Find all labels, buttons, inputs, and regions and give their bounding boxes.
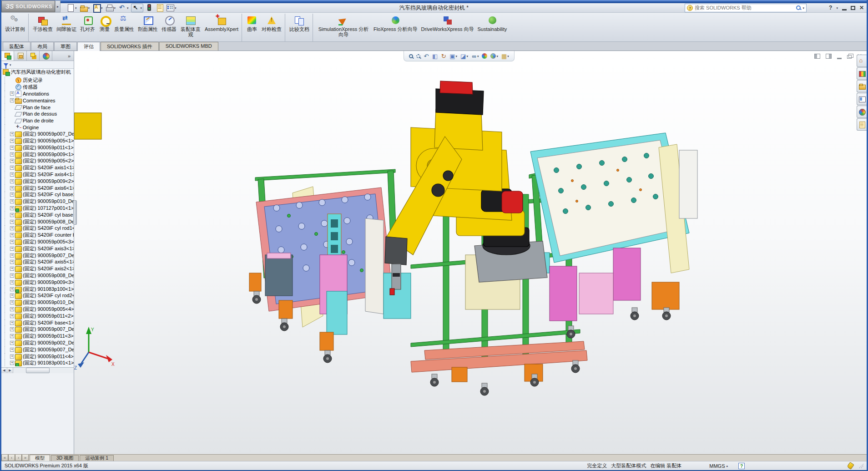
dropdown-caret-icon[interactable]: ▾ bbox=[114, 6, 116, 10]
expander-icon[interactable] bbox=[10, 247, 14, 251]
hud-button[interactable] bbox=[408, 51, 414, 61]
tree-item[interactable]: (固定) 900059p011<2> bbox=[2, 313, 74, 319]
tree-item[interactable]: Origine bbox=[2, 124, 74, 131]
tree-item[interactable]: (固定) S420iF cyl base1 bbox=[2, 212, 74, 218]
dropdown-caret-icon[interactable]: ▾ bbox=[175, 6, 177, 10]
tree-item[interactable]: (固定) 900059p002_Def bbox=[2, 339, 74, 346]
sheet-tab[interactable]: 3D 视图 bbox=[51, 455, 79, 461]
dropdown-caret-icon[interactable]: ▾ bbox=[88, 6, 90, 10]
units-selector[interactable]: MMGS ▴ bbox=[709, 463, 728, 469]
minimize-button[interactable] bbox=[842, 9, 847, 10]
tree-item[interactable]: (固定) 900059p008_Def bbox=[2, 218, 74, 225]
tree-item[interactable]: (固定) 107127p001<1> bbox=[2, 205, 74, 212]
ribbon-button[interactable]: 孔对齐 bbox=[78, 14, 97, 41]
expander-icon[interactable] bbox=[10, 253, 14, 258]
hud-button[interactable]: ▾ bbox=[489, 51, 500, 61]
right-fixture[interactable] bbox=[529, 133, 697, 338]
sheet-nav-icon[interactable]: « bbox=[1, 455, 8, 461]
expander-icon[interactable] bbox=[10, 172, 14, 177]
quick-tips-button[interactable]: ? bbox=[738, 463, 745, 469]
tree-item[interactable]: (固定) 900059p005<3> bbox=[2, 238, 74, 245]
ribbon-button[interactable]: FloXpress 分析向导 bbox=[372, 14, 419, 41]
tree-item[interactable]: (固定) S420iF cyl rod1< bbox=[2, 225, 74, 232]
tree-item[interactable]: (固定) 900059p009<1> bbox=[2, 151, 74, 158]
task-pane-tab[interactable] bbox=[857, 106, 867, 118]
expander-icon[interactable] bbox=[10, 287, 14, 291]
hud-button[interactable]: ▾ bbox=[448, 51, 459, 61]
resize-grip[interactable] bbox=[859, 464, 863, 468]
help-search-box[interactable]: ? ▾ bbox=[685, 4, 807, 12]
menu-expander-icon[interactable]: ▸ bbox=[55, 0, 61, 12]
expander-icon[interactable] bbox=[10, 179, 14, 183]
expander-icon[interactable] bbox=[10, 300, 14, 304]
expander-icon[interactable] bbox=[10, 327, 14, 331]
expander-icon[interactable] bbox=[10, 220, 14, 224]
expander-icon[interactable] bbox=[10, 361, 14, 365]
dropdown-caret-icon[interactable]: ▾ bbox=[101, 6, 103, 10]
hud-button[interactable] bbox=[431, 51, 439, 61]
tree-item[interactable]: (固定) S420iF cyl rod2< bbox=[2, 293, 74, 299]
quick-access-button[interactable] bbox=[145, 4, 154, 12]
tree-item[interactable]: Plan de droite bbox=[2, 117, 74, 124]
tree-item[interactable]: (固定) S420iF counter b bbox=[2, 232, 74, 238]
quick-access-button[interactable]: ▾ bbox=[66, 4, 78, 12]
sheet-nav-icon[interactable]: » bbox=[22, 455, 29, 461]
tree-item[interactable]: (固定) 900059p010_Def bbox=[2, 299, 74, 306]
search-caret-icon[interactable]: ▾ bbox=[802, 6, 804, 10]
task-pane-tab[interactable] bbox=[857, 55, 867, 67]
command-tab[interactable]: 草图 bbox=[54, 42, 77, 51]
command-tab[interactable]: SOLIDWORKS 插件 bbox=[101, 42, 159, 51]
ribbon-button[interactable]: 比较文档 bbox=[285, 14, 311, 41]
tree-item[interactable]: (固定) 901083p001<1> bbox=[2, 360, 74, 366]
hud-caret-icon[interactable]: ▾ bbox=[507, 55, 509, 58]
expander-icon[interactable] bbox=[10, 267, 14, 271]
expander-icon[interactable] bbox=[10, 91, 14, 96]
expander-icon[interactable] bbox=[10, 314, 14, 318]
quick-access-button[interactable] bbox=[155, 4, 164, 12]
search-icon[interactable] bbox=[796, 5, 801, 10]
tree-item[interactable]: 传感器 bbox=[2, 84, 74, 91]
hud-button[interactable]: ▾ bbox=[500, 51, 510, 61]
tree-item[interactable]: (固定) S420iF axis1<1> bbox=[2, 164, 74, 171]
tree-item[interactable]: (固定) 900059p009<2> bbox=[2, 178, 74, 185]
ribbon-button[interactable]: DriveWorksXpress 向导 bbox=[419, 14, 476, 41]
tree-item[interactable]: (固定) 900059p005<1> bbox=[2, 137, 74, 144]
task-pane-tab[interactable] bbox=[857, 93, 867, 105]
tree-item[interactable]: (固定) S420iF axis6<1> bbox=[2, 185, 74, 192]
hud-button[interactable] bbox=[422, 51, 430, 61]
tree-item[interactable]: (固定) S420iF axis4<1> bbox=[2, 171, 74, 178]
tree-horizontal-scrollbar[interactable]: ◀ ▶ bbox=[1, 367, 74, 373]
tree-item[interactable]: (固定) 900059p011<4> bbox=[2, 353, 74, 360]
sheet-tab[interactable]: 运动算例 1 bbox=[80, 455, 114, 461]
tree-item[interactable]: 历史记录 bbox=[2, 77, 74, 84]
tree-item[interactable]: (固定) 900059p009<3> bbox=[2, 279, 74, 286]
command-tab[interactable]: 装配体 bbox=[3, 42, 30, 51]
expander-icon[interactable] bbox=[10, 273, 14, 278]
task-pane-tab[interactable] bbox=[857, 118, 867, 131]
tree-item[interactable]: (固定) S420iF cyl base2 bbox=[2, 192, 74, 198]
hud-button[interactable]: ▾ bbox=[459, 51, 469, 61]
command-tab[interactable]: 评估 bbox=[77, 42, 100, 51]
panel-tab[interactable] bbox=[14, 51, 27, 61]
tree-root-item[interactable]: 汽车挡风玻璃自动化密封机 bbox=[1, 69, 74, 76]
expander-icon[interactable] bbox=[10, 159, 14, 163]
ribbon-button[interactable]: AssemblyXpert bbox=[203, 14, 240, 41]
panel-tab[interactable] bbox=[27, 51, 40, 61]
expander-icon[interactable] bbox=[10, 294, 14, 298]
ribbon-button[interactable]: 剖面属性 bbox=[136, 14, 160, 41]
ribbon-button[interactable]: 传感器 bbox=[160, 14, 178, 41]
ribbon-button[interactable]: 测量 bbox=[97, 14, 112, 41]
tree-item[interactable]: (固定) 901083p100<1> bbox=[2, 286, 74, 293]
maximize-button[interactable] bbox=[851, 6, 855, 10]
help-caret-icon[interactable]: ▾ bbox=[836, 6, 838, 10]
quick-access-button[interactable]: ▾ bbox=[79, 4, 91, 12]
quick-access-button[interactable]: ▾ bbox=[118, 4, 130, 12]
expander-icon[interactable] bbox=[10, 334, 14, 338]
filter-caret-icon[interactable]: ▾ bbox=[10, 63, 11, 66]
expander-icon[interactable] bbox=[10, 226, 14, 230]
ribbon-button[interactable]: Sustainability bbox=[476, 14, 509, 41]
doc-minimize-button[interactable] bbox=[837, 58, 842, 59]
expander-icon[interactable] bbox=[10, 348, 14, 352]
tree-item[interactable]: (固定) 900059p008_Def bbox=[2, 272, 74, 279]
pane-right-icon[interactable] bbox=[826, 54, 832, 59]
